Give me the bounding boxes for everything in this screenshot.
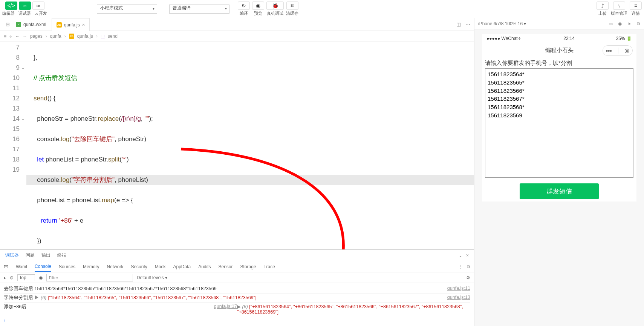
popout-icon[interactable]: ⧉ xyxy=(637,21,640,26)
phone-simulator: ●●●●● WeChatᯤ 22:14 25% 🔋 编程小石头 ••• ◎ 请输… xyxy=(482,34,636,201)
battery-icon: 🔋 xyxy=(626,36,632,41)
version-button[interactable]: ⑂ xyxy=(613,2,625,10)
remote-debug-button[interactable]: 🐞 xyxy=(266,2,284,10)
nav-back-icon[interactable]: ← xyxy=(15,34,20,39)
split-editor-icon[interactable]: ◫ xyxy=(456,22,461,27)
code-area[interactable]: }, // 点击群发短信 send() { phoneStr = phoneSt… xyxy=(26,42,474,249)
wifi-icon: ᯤ xyxy=(518,36,522,41)
dt-tab-memory[interactable]: Memory xyxy=(83,264,99,269)
input-label: 请输入你要群发的手机号，以*分割 xyxy=(485,60,633,67)
play-icon[interactable]: ▸ xyxy=(4,275,6,280)
devtools-tab-problems[interactable]: 问题 xyxy=(26,252,35,258)
cloud-label: 云开发 xyxy=(35,11,47,16)
mute-icon[interactable]: 🕨 xyxy=(627,21,632,26)
source-link[interactable]: qunfa.js:17 xyxy=(214,304,237,315)
phone-numbers-textarea[interactable] xyxy=(485,68,633,178)
clear-console-icon[interactable]: ⊘ xyxy=(10,275,14,280)
devtools-panel: 调试器 问题 输出 终端 ⌄ × ⮹ Wxml Console Sources … xyxy=(0,249,474,326)
device-select[interactable]: iPhone 6/7/8 100% 16 ▾ xyxy=(478,21,526,26)
dt-tab-audits[interactable]: Audits xyxy=(198,264,211,269)
filter-input[interactable] xyxy=(46,274,133,281)
file-tabs: ⊟ < qunfa.wxml JS qunfa.js × ◫ ⋯ xyxy=(0,18,474,31)
wxml-file-icon: < xyxy=(16,22,21,27)
send-sms-button[interactable]: 群发短信 xyxy=(520,183,599,199)
dock-icon[interactable]: ⧉ xyxy=(467,264,470,269)
expand-icon[interactable]: ▶ xyxy=(237,304,241,309)
code-editor[interactable]: 78910111213141516171819 }, // 点击群发短信 sen… xyxy=(0,42,474,249)
console-output: 去除回车键后 15611823564*15611823565*156118235… xyxy=(0,283,474,326)
cloud-dev-button[interactable]: ∞ xyxy=(32,2,44,10)
settings-gear-icon[interactable]: ⚙ xyxy=(466,275,470,280)
editor-toggle-button[interactable]: </> xyxy=(5,2,17,10)
inspect-icon[interactable]: ⮹ xyxy=(4,264,8,269)
devtools-tab-output[interactable]: 输出 xyxy=(41,252,50,258)
dt-tab-mock[interactable]: Mock xyxy=(155,264,166,269)
simulator-panel: iPhone 6/7/8 100% 16 ▾ ▭ ◉ 🕨 ⧉ ●●●●● WeC… xyxy=(474,18,644,326)
nav-fwd-icon[interactable]: → xyxy=(23,34,27,39)
dt-tab-appdata[interactable]: AppData xyxy=(173,264,191,269)
devtools-subtabs: ⮹ Wxml Console Sources Memory Network Se… xyxy=(0,261,474,272)
preview-button[interactable]: ◉ xyxy=(252,2,264,10)
tab-qunfa-js[interactable]: JS qunfa.js × xyxy=(52,18,90,31)
compile-button[interactable]: ↻ xyxy=(238,2,250,10)
expand-icon[interactable]: ▶ xyxy=(34,295,39,300)
upload-button[interactable]: ⤴ xyxy=(597,2,609,10)
devtools-tab-terminal[interactable]: 终端 xyxy=(57,252,66,258)
source-link[interactable]: qunfa.js:11 xyxy=(447,286,470,292)
source-link[interactable]: qunfa.js:13 xyxy=(447,295,470,301)
dt-tab-console[interactable]: Console xyxy=(35,264,51,272)
menu-dots-icon[interactable]: ••• xyxy=(606,48,612,54)
tab-qunfa-wxml[interactable]: < qunfa.wxml xyxy=(11,18,51,31)
dt-tab-storage[interactable]: Storage xyxy=(240,264,256,269)
record-icon[interactable]: ◉ xyxy=(618,21,622,26)
capsule-button[interactable]: ••• ◎ xyxy=(603,45,633,56)
editor-label: 编辑器 xyxy=(2,11,15,16)
detail-button[interactable]: ≡ xyxy=(630,2,642,10)
js-file-icon: JS xyxy=(69,34,74,39)
sidebar-toggle-icon[interactable]: ⊟ xyxy=(5,22,11,27)
clear-cache-button[interactable]: ≋ xyxy=(286,2,298,10)
line-gutter: 78910111213141516171819 xyxy=(0,42,26,249)
status-time: 22:14 xyxy=(563,36,575,41)
dt-tab-sources[interactable]: Sources xyxy=(59,264,75,269)
context-select[interactable]: top xyxy=(17,274,35,281)
devtools-tab-debugger[interactable]: 调试器 xyxy=(5,252,19,258)
bookmark-icon[interactable]: ⟐ xyxy=(9,34,12,39)
nav-bar: 编程小石头 ••• ◎ xyxy=(482,43,636,57)
close-miniprogram-icon[interactable]: ◎ xyxy=(624,47,629,54)
mode-select[interactable]: 小程序模式 xyxy=(97,5,157,14)
debugger-label: 调试器 xyxy=(18,11,31,16)
dt-tab-sensor[interactable]: Sensor xyxy=(219,264,233,269)
dt-tab-wxml[interactable]: Wxml xyxy=(16,264,27,269)
outline-icon[interactable]: ≡ xyxy=(4,34,6,39)
console-prompt[interactable]: › xyxy=(4,316,470,324)
dt-tab-security[interactable]: Security xyxy=(131,264,147,269)
close-icon[interactable]: × xyxy=(466,253,469,258)
dt-tab-network[interactable]: Network xyxy=(107,264,123,269)
method-icon: ⬚ xyxy=(101,34,105,39)
eye-icon[interactable]: ◉ xyxy=(39,275,43,280)
js-file-icon: JS xyxy=(57,22,62,28)
close-tab-icon[interactable]: × xyxy=(82,22,85,28)
more-actions-icon[interactable]: ⋯ xyxy=(465,22,470,27)
compile-select[interactable]: 普通编译 xyxy=(169,5,229,14)
main-toolbar: </> ⎓ ∞ 编辑器 调试器 云开发 小程序模式 普通编译 ↻编译 ◉预览 🐞… xyxy=(0,0,644,18)
collapse-icon[interactable]: ⌄ xyxy=(459,253,462,258)
dt-tab-trace[interactable]: Trace xyxy=(264,264,275,269)
status-bar: ●●●●● WeChatᯤ 22:14 25% 🔋 xyxy=(482,34,636,43)
device-icon[interactable]: ▭ xyxy=(609,21,613,26)
debugger-toggle-button[interactable]: ⎓ xyxy=(19,2,31,10)
breadcrumb: ≡ ⟐ ← → pages› qunfa› JS qunfa.js› ⬚ sen… xyxy=(0,31,474,42)
page-title: 编程小石头 xyxy=(545,47,574,54)
kebab-icon[interactable]: ⋮ xyxy=(459,264,463,269)
levels-select[interactable]: Default levels ▾ xyxy=(137,275,167,280)
